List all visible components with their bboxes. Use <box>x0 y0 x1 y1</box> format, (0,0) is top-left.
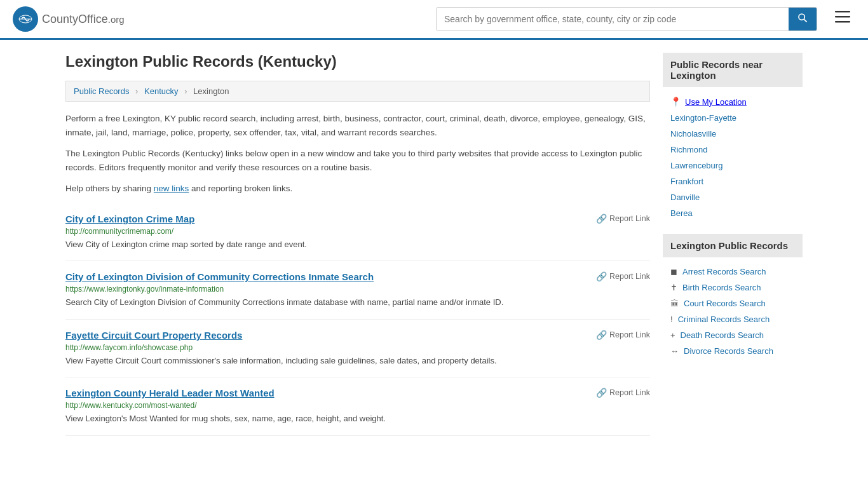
nearby-link-2[interactable]: Richmond <box>670 145 708 154</box>
nearby-location-1: Nicholasville <box>663 126 803 142</box>
records-list: City of Lexington Crime Map 🔗 Report Lin… <box>65 203 650 436</box>
nearby-link-3[interactable]: Lawrenceburg <box>670 161 722 170</box>
sidebar-record-item-2: 🏛 Court Records Search <box>663 295 803 311</box>
record-item: City of Lexington Crime Map 🔗 Report Lin… <box>65 203 650 262</box>
nearby-link-5[interactable]: Danville <box>670 193 700 202</box>
svg-rect-7 <box>835 21 850 23</box>
nearby-location-2: Richmond <box>663 142 803 158</box>
logo-text: CountyOffice.org <box>42 13 125 26</box>
record-item: Fayette Circuit Court Property Records 🔗… <box>65 320 650 378</box>
report-link-0[interactable]: 🔗 Report Link <box>596 214 650 224</box>
nearby-section: Public Records near Lexington 📍 Use My L… <box>663 53 803 221</box>
report-icon-0: 🔗 <box>596 214 607 224</box>
content-area: Lexington Public Records (Kentucky) Publ… <box>65 53 650 436</box>
nearby-link-0[interactable]: Lexington-Fayette <box>670 113 736 123</box>
nearby-title: Public Records near Lexington <box>663 53 803 87</box>
sidebar-record-item-4: + Death Records Search <box>663 327 803 343</box>
record-url-0: http://communitycrimemap.com/ <box>65 227 650 236</box>
sidebar-record-link-2[interactable]: Court Records Search <box>684 299 766 308</box>
records-section-title: Lexington Public Records <box>663 234 803 257</box>
use-location-link[interactable]: Use My Location <box>685 97 747 107</box>
report-link-2[interactable]: 🔗 Report Link <box>596 330 650 340</box>
nearby-location-0: Lexington-Fayette <box>663 110 803 126</box>
record-title-0[interactable]: City of Lexington Crime Map <box>65 214 194 224</box>
use-location-item[interactable]: 📍 Use My Location <box>663 93 803 110</box>
rec-icon-5: ↔ <box>670 346 679 356</box>
rec-icon-2: 🏛 <box>670 299 679 308</box>
record-item: Lexington County Herald Leader Most Want… <box>65 377 650 436</box>
record-header: Lexington County Herald Leader Most Want… <box>65 388 650 398</box>
nearby-link-6[interactable]: Berea <box>670 208 693 218</box>
record-url-1: https://www.lexingtonky.gov/inmate-infor… <box>65 285 650 294</box>
report-link-1[interactable]: 🔗 Report Link <box>596 271 650 281</box>
sidebar: Public Records near Lexington 📍 Use My L… <box>663 53 803 436</box>
header: CountyOffice.org <box>0 0 868 40</box>
record-header: Fayette Circuit Court Property Records 🔗… <box>65 330 650 341</box>
breadcrumb: Public Records › Kentucky › Lexington <box>65 81 650 102</box>
rec-icon-0: ◼ <box>670 267 677 276</box>
search-bar <box>436 7 817 31</box>
logo-icon <box>13 6 38 32</box>
sidebar-record-item-3: ! Criminal Records Search <box>663 311 803 327</box>
menu-button[interactable] <box>830 8 855 30</box>
svg-point-3 <box>799 14 804 20</box>
record-desc-1: Search City of Lexington Division of Com… <box>65 296 650 309</box>
breadcrumb-lexington: Lexington <box>193 86 229 96</box>
location-icon: 📍 <box>670 97 681 107</box>
records-section: Lexington Public Records ◼ Arrest Record… <box>663 234 803 359</box>
logo-area: CountyOffice.org <box>13 6 140 32</box>
svg-rect-6 <box>835 16 850 18</box>
record-title-2[interactable]: Fayette Circuit Court Property Records <box>65 330 242 341</box>
rec-icon-1: ✝ <box>670 283 677 292</box>
nearby-location-3: Lawrenceburg <box>663 158 803 173</box>
description-paragraph1: Perform a free Lexington, KY public reco… <box>65 112 650 139</box>
record-header: City of Lexington Crime Map 🔗 Report Lin… <box>65 214 650 224</box>
sidebar-record-item-1: ✝ Birth Records Search <box>663 280 803 295</box>
main-container: Lexington Public Records (Kentucky) Publ… <box>53 40 815 449</box>
report-icon-1: 🔗 <box>596 271 607 281</box>
record-header: City of Lexington Division of Community … <box>65 271 650 282</box>
sidebar-record-link-1[interactable]: Birth Records Search <box>682 283 761 292</box>
nearby-location-4: Frankfort <box>663 173 803 189</box>
svg-line-4 <box>804 19 806 22</box>
search-button[interactable] <box>789 8 817 30</box>
nearby-link-4[interactable]: Frankfort <box>670 177 703 186</box>
record-url-2: http://www.faycom.info/showcase.php <box>65 343 650 352</box>
breadcrumb-public-records[interactable]: Public Records <box>74 86 129 96</box>
sidebar-record-link-5[interactable]: Divorce Records Search <box>684 346 773 356</box>
nearby-location-5: Danville <box>663 189 803 205</box>
sidebar-record-item-0: ◼ Arrest Records Search <box>663 264 803 280</box>
sidebar-record-link-4[interactable]: Death Records Search <box>681 330 764 340</box>
nearby-locations-list: Lexington-FayetteNicholasvilleRichmondLa… <box>663 110 803 221</box>
svg-rect-5 <box>835 11 850 13</box>
new-links-link[interactable]: new links <box>154 184 189 193</box>
report-icon-3: 🔗 <box>596 388 607 398</box>
nearby-link-1[interactable]: Nicholasville <box>670 129 716 139</box>
records-links-list: ◼ Arrest Records Search ✝ Birth Records … <box>663 264 803 359</box>
record-item: City of Lexington Division of Community … <box>65 261 650 320</box>
record-title-3[interactable]: Lexington County Herald Leader Most Want… <box>65 388 275 398</box>
rec-icon-3: ! <box>670 315 673 324</box>
sidebar-record-link-3[interactable]: Criminal Records Search <box>678 315 770 324</box>
record-desc-0: View City of Lexington crime map sorted … <box>65 238 650 251</box>
breadcrumb-kentucky[interactable]: Kentucky <box>144 86 178 96</box>
description-paragraph3: Help others by sharing new links and rep… <box>65 182 650 196</box>
description-paragraph2: The Lexington Public Records (Kentucky) … <box>65 147 650 174</box>
record-desc-2: View Fayette Circuit Court commissioner'… <box>65 355 650 367</box>
record-title-1[interactable]: City of Lexington Division of Community … <box>65 271 374 282</box>
report-icon-2: 🔗 <box>596 330 607 340</box>
record-url-3: http://www.kentucky.com/most-wanted/ <box>65 401 650 410</box>
report-link-3[interactable]: 🔗 Report Link <box>596 388 650 398</box>
record-desc-3: View Lexington's Most Wanted for mug sho… <box>65 412 650 425</box>
rec-icon-4: + <box>670 330 675 340</box>
page-title: Lexington Public Records (Kentucky) <box>65 53 650 71</box>
sidebar-record-link-0[interactable]: Arrest Records Search <box>682 267 766 276</box>
nearby-location-6: Berea <box>663 205 803 221</box>
search-input[interactable] <box>437 8 789 30</box>
sidebar-record-item-5: ↔ Divorce Records Search <box>663 343 803 359</box>
